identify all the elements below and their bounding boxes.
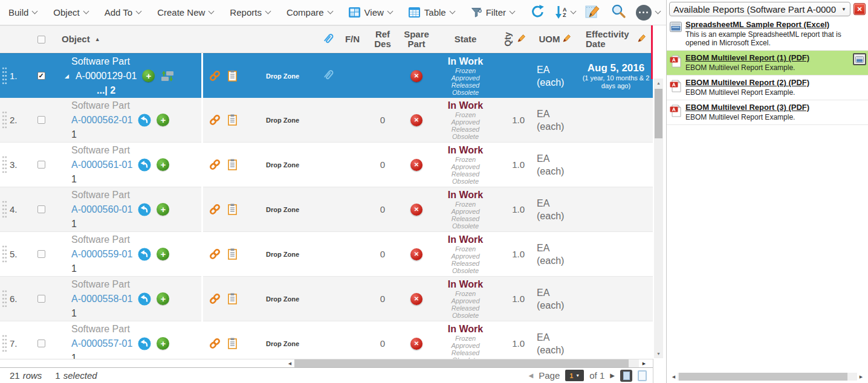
menu-build[interactable]: Build — [8, 7, 37, 18]
part-number-label[interactable]: A-0000129-01 — [76, 69, 137, 83]
menu-table[interactable]: Table — [409, 7, 455, 18]
menu-reports[interactable]: Reports — [230, 7, 270, 18]
report-link[interactable]: EBOM Multilevel Report (3) (PDF) — [685, 103, 852, 112]
table-row[interactable]: 5. Software Part A-0000559-01 + 1 Dro — [0, 232, 653, 277]
clipboard-icon[interactable] — [228, 204, 237, 215]
part-number-link[interactable]: A-0000560-01 — [71, 202, 132, 217]
select-all-checkbox[interactable] — [37, 36, 45, 43]
column-header-spare-part[interactable]: Spare Part — [398, 30, 435, 49]
row-checkbox-checked[interactable]: ✓ — [37, 72, 45, 80]
clipboard-icon[interactable] — [228, 159, 237, 170]
link-icon[interactable] — [209, 248, 221, 260]
scroll-right-icon[interactable]: ▶ — [640, 359, 648, 367]
row-checkbox[interactable] — [37, 340, 45, 347]
add-item-icon[interactable]: + — [157, 158, 169, 171]
menu-add-to[interactable]: Add To — [105, 7, 141, 18]
column-header-state[interactable]: State — [435, 34, 496, 44]
open-item-icon[interactable] — [138, 337, 151, 350]
part-number-link[interactable]: A-0000561-01 — [71, 158, 132, 172]
vertical-scroll-thumb[interactable] — [655, 89, 662, 138]
next-page-icon[interactable]: ▶ — [610, 372, 615, 379]
add-item-icon[interactable]: + — [157, 292, 169, 305]
tree-expand-icon[interactable]: ◢ — [65, 69, 69, 83]
add-item-icon[interactable]: + — [157, 203, 169, 216]
part-number-link[interactable]: A-0000562-01 — [71, 113, 132, 127]
drop-zone[interactable]: Drop Zone — [266, 295, 299, 303]
horizontal-scrollbar[interactable]: ◀ ▶ — [0, 359, 653, 367]
previous-page-icon[interactable]: ◀ — [529, 372, 534, 379]
report-item-selected[interactable]: EBOM Multilevel Report (1) (PDF) EBOM Mu… — [667, 51, 868, 76]
report-link[interactable]: EBOM Multilevel Report (1) (PDF) — [685, 53, 852, 63]
row-checkbox[interactable] — [37, 116, 45, 124]
clipboard-icon[interactable] — [228, 338, 237, 349]
open-item-icon[interactable] — [138, 292, 151, 306]
drag-handle-icon[interactable] — [2, 66, 7, 86]
link-icon[interactable] — [209, 293, 221, 304]
scroll-left-icon[interactable]: ◀ — [670, 375, 678, 379]
drag-handle-icon[interactable] — [2, 200, 7, 219]
table-row[interactable]: 6. Software Part A-0000558-01 + 1 Dro — [0, 277, 653, 321]
add-item-icon[interactable]: + — [142, 69, 155, 82]
panel-scroll-thumb[interactable] — [679, 373, 847, 381]
drag-handle-icon[interactable] — [2, 155, 7, 175]
paperclip-icon[interactable] — [324, 69, 334, 83]
table-row-selected[interactable]: 1. ✓ Software Part ◢ A-0000129-01 + ...|… — [0, 53, 653, 98]
open-report-button[interactable] — [853, 53, 866, 65]
menu-create-new[interactable]: Create New — [157, 7, 213, 18]
part-number-link[interactable]: A-0000558-01 — [71, 292, 132, 306]
scroll-left-icon[interactable]: ◀ — [286, 359, 294, 367]
column-header-effectivity[interactable]: Effectivity Date — [579, 30, 653, 49]
drag-handle-icon[interactable] — [2, 289, 7, 309]
table-row[interactable]: 2. Software Part A-0000562-01 + 1 Dro — [0, 98, 653, 143]
menu-view[interactable]: View — [349, 7, 392, 18]
clipboard-icon[interactable] — [228, 293, 237, 304]
part-number-link[interactable]: A-0000559-01 — [71, 247, 132, 262]
drop-zone[interactable]: Drop Zone — [266, 72, 299, 80]
drop-zone[interactable]: Drop Zone — [266, 117, 299, 124]
add-item-icon[interactable]: + — [157, 248, 169, 260]
horizontal-scroll-track[interactable] — [294, 359, 639, 367]
view-toggle-compact-icon[interactable] — [638, 370, 647, 381]
drop-zone[interactable]: Drop Zone — [266, 161, 299, 169]
drop-zone[interactable]: Drop Zone — [266, 206, 299, 213]
table-row[interactable]: 7. Software Part A-0000557-01 + 1 Dro — [0, 321, 653, 359]
horizontal-scroll-thumb[interactable] — [294, 359, 629, 367]
panel-horizontal-scrollbar[interactable]: ◀ ▶ — [670, 372, 865, 381]
column-header-fn[interactable]: F/N — [337, 34, 368, 44]
row-checkbox[interactable] — [37, 295, 45, 303]
link-icon[interactable] — [209, 159, 221, 170]
refresh-button[interactable] — [530, 4, 546, 22]
more-button[interactable] — [636, 5, 660, 21]
drag-handle-icon[interactable] — [2, 245, 7, 264]
column-header-qty[interactable]: Qty — [496, 34, 531, 45]
scroll-up-icon[interactable]: ▲ — [654, 79, 663, 88]
part-number-link[interactable]: A-0000557-01 — [71, 336, 132, 351]
clipboard-icon[interactable] — [228, 114, 237, 126]
drop-zone[interactable]: Drop Zone — [266, 340, 299, 347]
table-row[interactable]: 4. Software Part A-0000560-01 + 1 Dro — [0, 187, 653, 232]
menu-filter[interactable]: Filter — [471, 7, 514, 18]
link-icon[interactable] — [209, 338, 221, 349]
close-panel-button[interactable]: ✕ — [853, 3, 866, 15]
row-checkbox[interactable] — [37, 205, 45, 213]
menu-compare[interactable]: Compare — [287, 7, 332, 18]
edit-column-pencil-icon[interactable] — [637, 34, 646, 45]
panel-scroll-track[interactable] — [678, 373, 857, 381]
link-icon[interactable] — [209, 114, 221, 126]
table-row[interactable]: 3. Software Part A-0000561-01 + 1 Dro — [0, 143, 653, 187]
report-item[interactable]: SpreadsheetML Sample Report (Excel) This… — [667, 18, 868, 51]
reports-select[interactable]: Available Reports (Software Part A-0000 … — [669, 2, 850, 16]
add-item-icon[interactable]: + — [157, 114, 169, 126]
scroll-right-icon[interactable]: ▶ — [857, 375, 865, 379]
clipboard-icon[interactable] — [228, 248, 237, 260]
drag-handle-icon[interactable] — [2, 334, 7, 353]
view-toggle-full-icon[interactable] — [620, 370, 632, 382]
column-header-refdes[interactable]: Ref Des — [368, 30, 398, 49]
add-item-icon[interactable]: + — [157, 337, 169, 350]
edit-button[interactable] — [585, 4, 601, 22]
link-icon[interactable] — [209, 204, 221, 215]
column-header-object[interactable]: Object▲ — [53, 34, 201, 44]
report-link[interactable]: SpreadsheetML Sample Report (Excel) — [685, 20, 852, 30]
open-item-icon[interactable] — [138, 248, 151, 261]
column-header-uom[interactable]: UOM — [531, 34, 579, 45]
